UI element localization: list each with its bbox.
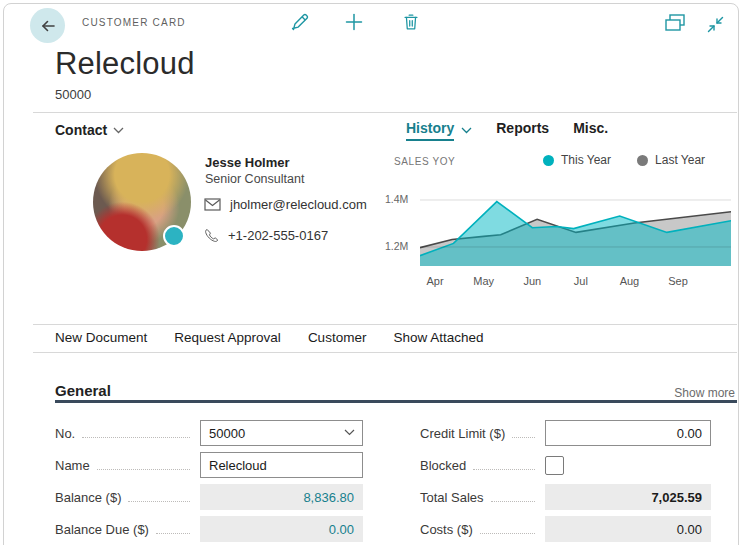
field-row-credit-limit: Credit Limit ($) — [420, 420, 711, 446]
page-type-label: CUSTOMER CARD — [82, 17, 186, 28]
contact-name: Jesse Holmer — [205, 155, 290, 170]
dotted-leader — [156, 533, 190, 534]
presence-indicator-dot — [163, 225, 185, 247]
legend-label: This Year — [561, 153, 611, 167]
field-label: Balance ($) — [55, 490, 121, 505]
chevron-down-icon — [461, 127, 472, 134]
contact-email: jholmer@relecloud.com — [230, 197, 367, 212]
field-label: Balance Due ($) — [55, 522, 149, 537]
field-label: Name — [55, 458, 90, 473]
legend-item-last-year: Last Year — [637, 153, 705, 167]
dotted-leader — [480, 533, 535, 534]
field-label: Credit Limit ($) — [420, 426, 505, 441]
field-row-balance-due: Balance Due ($) 0.00 — [55, 516, 363, 542]
legend-label: Last Year — [655, 153, 705, 167]
total-sales-value[interactable]: 7,025.59 — [545, 484, 711, 510]
svg-text:Apr: Apr — [427, 275, 444, 287]
no-combobox[interactable] — [200, 420, 363, 446]
y-axis-tick-1: 1.4M — [385, 193, 417, 205]
tab-history-label: History — [406, 120, 454, 141]
y-axis-tick-2: 1.2M — [385, 240, 417, 252]
field-label: Total Sales — [420, 490, 484, 505]
field-row-balance: Balance ($) 8,836.80 — [55, 484, 363, 510]
show-more-link[interactable]: Show more — [674, 386, 735, 400]
tab-reports[interactable]: Reports — [496, 120, 549, 136]
dotted-leader — [97, 469, 190, 470]
action-request-approval[interactable]: Request Approval — [174, 330, 281, 345]
svg-text:May: May — [473, 275, 494, 287]
action-bar: New Document Request Approval Customer S… — [55, 330, 483, 345]
legend-dot-gray — [637, 155, 648, 166]
actionbar-separator-top — [33, 324, 737, 325]
svg-text:Jul: Jul — [574, 275, 588, 287]
tab-history[interactable]: History — [406, 120, 472, 141]
trash-icon — [401, 12, 421, 32]
popout-window-button[interactable] — [663, 11, 687, 35]
balance-due-value[interactable]: 0.00 — [200, 516, 363, 542]
customer-number: 50000 — [55, 87, 91, 102]
tab-misc[interactable]: Misc. — [573, 120, 608, 136]
sales-yoy-area-chart: AprMayJunJulAugSep — [420, 192, 731, 292]
action-new-document[interactable]: New Document — [55, 330, 147, 345]
insights-tabs: History Reports Misc. — [406, 120, 608, 141]
back-button[interactable] — [30, 8, 65, 43]
envelope-icon — [204, 198, 221, 211]
dotted-leader — [512, 437, 535, 438]
plus-icon — [344, 12, 364, 32]
contact-section-toggle[interactable]: Contact — [55, 122, 124, 138]
customer-card-page: CUSTOMER CARD Relecloud 50000 Contact — [0, 0, 744, 545]
contact-phone-row[interactable]: +1-202-555-0167 — [204, 228, 328, 243]
chart-title: SALES YOY — [394, 156, 455, 167]
field-label: No. — [55, 426, 75, 441]
dotted-leader — [82, 437, 190, 438]
dotted-leader — [491, 501, 535, 502]
edit-button[interactable] — [287, 10, 311, 34]
svg-text:Aug: Aug — [620, 275, 640, 287]
popout-windows-icon — [663, 12, 687, 34]
blocked-checkbox[interactable] — [545, 456, 564, 475]
back-arrow-icon — [39, 17, 57, 35]
dotted-leader — [473, 469, 535, 470]
field-row-blocked: Blocked — [420, 452, 711, 478]
costs-value[interactable]: 0.00 — [545, 516, 711, 542]
legend-item-this-year: This Year — [543, 153, 611, 167]
svg-text:Jun: Jun — [523, 275, 541, 287]
page-title: Relecloud — [55, 46, 195, 82]
field-row-no: No. — [55, 420, 363, 446]
phone-icon — [204, 228, 219, 243]
credit-limit-input[interactable] — [545, 420, 711, 446]
contact-section-label: Contact — [55, 122, 107, 138]
field-label: Costs ($) — [420, 522, 473, 537]
svg-text:Sep: Sep — [668, 275, 688, 287]
actionbar-separator-bottom — [33, 352, 737, 353]
chart-legend: This Year Last Year — [543, 153, 705, 167]
balance-value[interactable]: 8,836.80 — [200, 484, 363, 510]
contact-role: Senior Consultant — [205, 172, 304, 186]
name-input[interactable] — [200, 452, 363, 478]
contact-email-row[interactable]: jholmer@relecloud.com — [204, 197, 367, 212]
collapse-button[interactable] — [703, 12, 727, 36]
general-right-column: Credit Limit ($) Blocked Total Sales 7,0… — [420, 420, 711, 542]
field-row-total-sales: Total Sales 7,025.59 — [420, 484, 711, 510]
general-section-underline — [55, 400, 737, 403]
pencil-icon — [288, 11, 310, 33]
chevron-down-icon — [113, 127, 124, 134]
delete-button[interactable] — [399, 10, 423, 34]
collapse-arrows-icon — [706, 15, 725, 34]
general-left-column: No. Name Balance ($) 8,836.80 — [55, 420, 363, 542]
general-section-heading: General — [55, 382, 111, 399]
field-row-costs: Costs ($) 0.00 — [420, 516, 711, 542]
action-customer[interactable]: Customer — [308, 330, 367, 345]
new-button[interactable] — [342, 10, 366, 34]
field-label: Blocked — [420, 458, 466, 473]
legend-dot-teal — [543, 155, 554, 166]
field-row-name: Name — [55, 452, 363, 478]
action-show-attached[interactable]: Show Attached — [393, 330, 483, 345]
dotted-leader — [128, 501, 190, 502]
header-separator — [33, 112, 737, 113]
contact-phone: +1-202-555-0167 — [228, 228, 328, 243]
